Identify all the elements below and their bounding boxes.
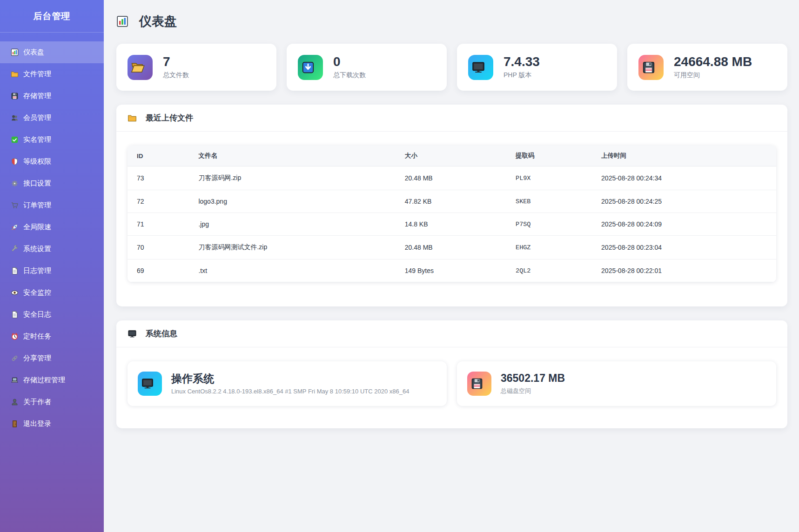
stat-card: 7.4.33 PHP 版本 [457, 44, 617, 91]
sidebar-item[interactable]: 会员管理 [0, 107, 104, 129]
stat-label: 总下载次数 [333, 71, 366, 80]
system-info-section: 系统信息 操作系统 Linux CentOs8.2.2 4.18.0-193.e… [116, 320, 787, 428]
info-card: 36502.17 MB 总磁盘空间 [457, 361, 776, 406]
cell-size: 14.8 KB [396, 213, 506, 236]
app-title: 后台管理 [0, 0, 104, 33]
page-title: 仪表盘 [139, 13, 177, 30]
stat-label: PHP 版本 [504, 71, 540, 80]
cell-filename: .txt [189, 259, 395, 282]
table-header-row: ID 文件名 大小 提取码 上传时间 [128, 146, 776, 166]
wrench-icon [11, 245, 19, 253]
cell-id: 73 [128, 166, 189, 190]
table-row: 73 刀客源码网.zip 20.48 MB PL9X 2025-08-28 00… [128, 166, 776, 190]
sidebar-item[interactable]: 安全监控 [0, 282, 104, 304]
cell-code: 2QL2 [506, 259, 592, 282]
sidebar-item[interactable]: 退出登录 [0, 413, 104, 435]
sidebar-item-label: 接口设置 [23, 179, 51, 188]
table-row: 70 刀客源码网测试文件.zip 20.48 MB EHGZ 2025-08-2… [128, 236, 776, 259]
laptop-icon [11, 376, 19, 384]
cell-code: P7SQ [506, 213, 592, 236]
stats-row: 7 总文件数 0 总下载次数 7.4.33 [116, 44, 787, 91]
users-icon [11, 114, 19, 122]
info-subtitle: Linux CentOs8.2.2 4.18.0-193.el8.x86_64 … [171, 388, 409, 395]
sidebar-item-label: 仪表盘 [23, 48, 44, 57]
section-title: 系统信息 [146, 328, 177, 339]
document-icon [11, 311, 19, 319]
cell-code: EHGZ [506, 236, 592, 259]
sidebar-item[interactable]: 安全日志 [0, 304, 104, 326]
sidebar-item[interactable]: 关于作者 [0, 391, 104, 413]
cell-filename: 刀客源码网.zip [189, 166, 395, 190]
sidebar-item[interactable]: 存储管理 [0, 85, 104, 107]
sidebar-item[interactable]: 定时任务 [0, 326, 104, 347]
cell-size: 47.82 KB [396, 190, 506, 213]
cell-time: 2025-08-28 00:24:09 [592, 213, 776, 236]
chart-icon [116, 15, 128, 27]
person-icon [11, 398, 19, 406]
info-card: 操作系统 Linux CentOs8.2.2 4.18.0-193.el8.x8… [128, 361, 447, 406]
cell-id: 69 [128, 259, 189, 282]
door-icon [11, 420, 19, 428]
info-icon-tile [467, 372, 491, 396]
sidebar-item-label: 全局限速 [23, 223, 51, 232]
sidebar-item[interactable]: 存储过程管理 [0, 369, 104, 391]
info-icon-tile [138, 372, 162, 396]
sidebar: 后台管理 仪表盘 文件管理 存储管理 会员管理 [0, 0, 104, 532]
sidebar-item[interactable]: 订单管理 [0, 194, 104, 216]
sidebar-item[interactable]: 分享管理 [0, 347, 104, 369]
column-header: 文件名 [189, 146, 395, 166]
stat-card: 24664.88 MB 可用空间 [627, 44, 787, 91]
sidebar-item-label: 会员管理 [23, 113, 51, 122]
sidebar-item[interactable]: 实名管理 [0, 129, 104, 151]
sidebar-item-label: 安全监控 [23, 288, 51, 297]
cell-time: 2025-08-28 00:24:25 [592, 190, 776, 213]
info-title: 操作系统 [171, 372, 409, 385]
cart-icon [11, 201, 19, 209]
info-subtitle: 总磁盘空间 [501, 387, 565, 395]
page-header: 仪表盘 [116, 13, 787, 30]
sidebar-item[interactable]: 全局限速 [0, 216, 104, 238]
sidebar-item[interactable]: 日志管理 [0, 260, 104, 282]
stat-value: 0 [333, 55, 366, 69]
alarm-clock-icon [11, 332, 19, 340]
sidebar-item-label: 关于作者 [23, 398, 51, 406]
sidebar-item-label: 系统设置 [23, 245, 51, 253]
column-header: 提取码 [506, 146, 592, 166]
cell-time: 2025-08-28 00:23:04 [592, 236, 776, 259]
cell-filename: 刀客源码网测试文件.zip [189, 236, 395, 259]
stat-card: 0 总下载次数 [287, 44, 447, 91]
sidebar-item[interactable]: 接口设置 [0, 173, 104, 194]
stat-value: 7.4.33 [504, 55, 540, 69]
sidebar-menu: 仪表盘 文件管理 存储管理 会员管理 实名管理 [0, 33, 104, 435]
system-info-header: 系统信息 [116, 320, 787, 347]
column-header: 上传时间 [592, 146, 776, 166]
table-row: 69 .txt 149 Bytes 2QL2 2025-08-28 00:22:… [128, 259, 776, 282]
sidebar-item-label: 定时任务 [23, 332, 51, 341]
stat-label: 可用空间 [674, 71, 752, 80]
recent-files-header: 最近上传文件 [116, 105, 787, 132]
sidebar-item-label: 安全日志 [23, 310, 51, 319]
cell-code: SKEB [506, 190, 592, 213]
info-title: 36502.17 MB [501, 372, 565, 384]
files-table: ID 文件名 大小 提取码 上传时间 [128, 146, 776, 282]
stat-icon-tile [128, 55, 153, 80]
table-row: 72 logo3.png 47.82 KB SKEB 2025-08-28 00… [128, 190, 776, 213]
stat-value: 7 [163, 55, 189, 69]
sidebar-item-label: 等级权限 [23, 157, 51, 166]
sidebar-item-label: 文件管理 [23, 70, 51, 79]
sidebar-item-label: 存储过程管理 [23, 376, 65, 385]
rocket-icon [11, 223, 19, 231]
sidebar-item[interactable]: 系统设置 [0, 238, 104, 260]
monitor-icon [128, 329, 137, 339]
cell-id: 70 [128, 236, 189, 259]
sidebar-item[interactable]: 文件管理 [0, 63, 104, 85]
cell-size: 20.48 MB [396, 166, 506, 190]
cell-size: 20.48 MB [396, 236, 506, 259]
sidebar-item[interactable]: 仪表盘 [0, 41, 104, 63]
sidebar-item-label: 分享管理 [23, 354, 51, 363]
cell-size: 149 Bytes [396, 259, 506, 282]
stat-value: 24664.88 MB [674, 55, 752, 69]
section-title: 最近上传文件 [146, 113, 193, 123]
chart-icon [11, 48, 19, 56]
sidebar-item[interactable]: 等级权限 [0, 151, 104, 173]
